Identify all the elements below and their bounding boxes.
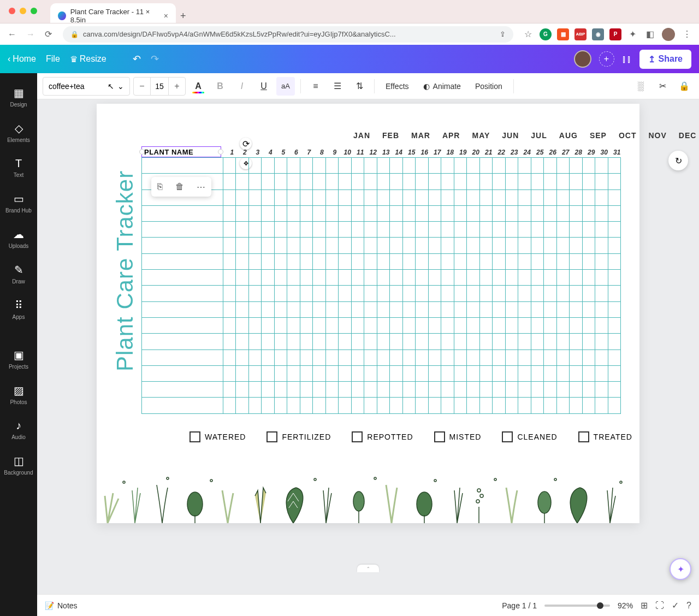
notes-button[interactable]: 📝 Notes (45, 601, 78, 610)
resize-handle-right[interactable] (218, 149, 223, 155)
file-menu[interactable]: File (46, 54, 60, 64)
rotate-handle[interactable]: ⟳ (240, 138, 252, 150)
legend-treated[interactable]: TREATED (578, 431, 632, 442)
sidebar-item-apps[interactable]: ⠿Apps (0, 293, 37, 325)
svg-point-15 (620, 481, 622, 483)
close-tab-icon[interactable]: × (164, 11, 168, 20)
sidebar-item-draw[interactable]: ✎Draw (0, 258, 37, 290)
new-tab-button[interactable]: + (180, 10, 186, 22)
font-selector[interactable]: coffee+tea ↖ ⌄ (43, 77, 130, 96)
profile-avatar[interactable] (662, 28, 675, 41)
animate-button[interactable]: ◐ Animate (418, 82, 466, 91)
position-button[interactable]: Position (470, 82, 508, 91)
add-collaborator-button[interactable]: + (599, 51, 614, 67)
legend-cleaned[interactable]: CLEANED (502, 431, 557, 442)
months-row: JAN FEB MAR APR MAY JUN JUL AUG SEP OCT … (353, 131, 696, 140)
home-button[interactable]: ‹ Home (8, 54, 36, 64)
side-panel-icon[interactable]: ◧ (644, 27, 656, 42)
list-button[interactable]: ☰ (328, 77, 347, 96)
analytics-icon[interactable]: ⫿⫿ (622, 54, 632, 65)
text-color-button[interactable]: A (189, 77, 208, 96)
canvas-area[interactable]: JAN FEB MAR APR MAY JUN JUL AUG SEP OCT … (37, 99, 699, 594)
vertical-title[interactable]: Plant Care Tracker (112, 170, 138, 371)
forward-button[interactable]: → (24, 27, 37, 42)
case-button[interactable]: aA (276, 77, 295, 96)
spacing-button[interactable]: ⇅ (350, 77, 369, 96)
sidebar-item-projects[interactable]: ▣Projects (0, 343, 37, 375)
legend-watered[interactable]: WATERED (189, 431, 246, 442)
browser-menu-icon[interactable]: ⋮ (680, 27, 694, 42)
day-label: 14 (393, 149, 406, 156)
zoom-thumb[interactable] (597, 602, 603, 609)
redo-button[interactable]: ↷ (151, 53, 159, 65)
help-icon[interactable]: ? (686, 601, 691, 611)
check-icon[interactable]: ✓ (672, 600, 679, 611)
legend-repotted[interactable]: REPOTTED (352, 431, 413, 442)
lock-icon: 🔒 (70, 31, 79, 38)
delete-button[interactable]: 🗑 (175, 182, 184, 192)
sidebar-item-elements[interactable]: ◇Elements (0, 116, 37, 149)
more-options-button[interactable]: ⋯ (197, 182, 205, 192)
svg-point-10 (314, 478, 316, 481)
grammarly-ext-icon[interactable]: G (540, 28, 552, 40)
lock-button[interactable]: 🔒 (675, 77, 694, 96)
sidebar-item-background[interactable]: ◫Background (0, 449, 37, 481)
sidebar-item-photos[interactable]: ▨Photos (0, 378, 37, 411)
copy-style-button[interactable]: ✂ (653, 77, 672, 96)
sidebar-item-uploads[interactable]: ☁Uploads (0, 222, 37, 254)
underline-button[interactable]: U (254, 77, 273, 96)
draw-icon: ✎ (14, 263, 23, 276)
legend-misted[interactable]: MISTED (434, 431, 482, 442)
page-expand-tab[interactable]: ⌃ (357, 565, 379, 572)
italic-button[interactable]: I (233, 77, 251, 96)
tracker-grid[interactable] (141, 157, 621, 414)
plants-illustration[interactable] (97, 463, 639, 523)
ext-icon-2[interactable]: ▦ (557, 28, 569, 40)
month-label: DEC (679, 131, 697, 140)
close-window-icon[interactable] (9, 8, 15, 14)
effects-button[interactable]: Effects (380, 82, 414, 91)
sidebar-item-audio[interactable]: ♪Audio (0, 414, 37, 446)
checkbox-icon (189, 431, 200, 442)
design-canvas[interactable]: JAN FEB MAR APR MAY JUN JUL AUG SEP OCT … (97, 104, 639, 523)
reload-button[interactable]: ⟳ (43, 27, 54, 42)
fullscreen-icon[interactable]: ⛶ (655, 601, 664, 611)
align-button[interactable]: ≡ (306, 77, 325, 96)
camera-ext-icon[interactable]: ◉ (592, 28, 604, 40)
font-size-value[interactable]: 15 (150, 78, 169, 95)
resize-button[interactable]: ♛ Resize (70, 54, 106, 64)
day-label: 3 (251, 149, 264, 156)
resize-handle-left[interactable] (139, 149, 145, 155)
day-label: 20 (470, 149, 483, 156)
share-url-icon[interactable]: ⇪ (500, 30, 506, 38)
share-button[interactable]: ↥ Share (639, 50, 691, 69)
bold-button[interactable]: B (211, 77, 229, 96)
month-label: FEB (382, 131, 399, 140)
user-avatar[interactable] (574, 50, 591, 68)
legend-fertilized[interactable]: FERTILIZED (266, 431, 331, 442)
month-label: SEP (590, 131, 607, 140)
zoom-slider[interactable] (544, 605, 610, 607)
grid-view-icon[interactable]: ⊞ (641, 600, 648, 611)
sidebar-item-brand-hub[interactable]: ▭Brand Hub (0, 187, 37, 219)
abp-ext-icon[interactable]: ABP (574, 28, 587, 40)
magic-fab[interactable]: ✦ (670, 558, 691, 580)
font-size-increase[interactable]: + (169, 81, 185, 91)
font-size-decrease[interactable]: − (134, 81, 150, 91)
bookmark-icon[interactable]: ☆ (522, 27, 534, 42)
transparency-button[interactable]: ░ (631, 77, 650, 96)
redo-fab[interactable]: ↻ (668, 151, 688, 170)
page-indicator[interactable]: Page 1 / 1 (502, 601, 537, 610)
address-field[interactable]: 🔒 canva.com/design/DAFIwo5vpA4/aGnWMwE6d… (63, 26, 513, 43)
sidebar-item-text[interactable]: TText (0, 152, 37, 183)
month-label: MAR (411, 131, 430, 140)
minimize-window-icon[interactable] (20, 8, 26, 14)
maximize-window-icon[interactable] (31, 8, 37, 14)
extensions-icon[interactable]: ✦ (627, 27, 638, 42)
duplicate-button[interactable]: ⎘ (157, 182, 163, 192)
back-button[interactable]: ← (5, 27, 19, 42)
pinterest-ext-icon[interactable]: P (609, 28, 621, 40)
selected-text-element[interactable]: PLANT NAME (141, 146, 221, 157)
sidebar-item-design[interactable]: ▦Design (0, 81, 37, 113)
undo-button[interactable]: ↶ (133, 53, 141, 65)
